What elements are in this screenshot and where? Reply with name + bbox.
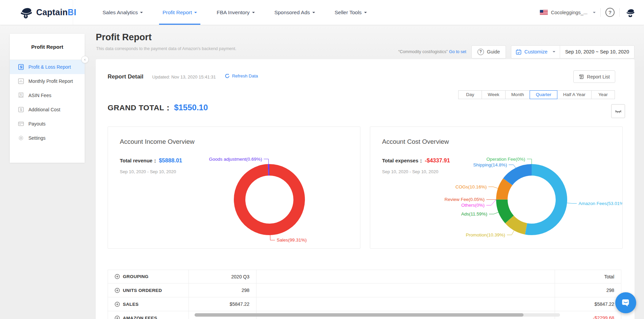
chevron-down-icon: [364, 12, 367, 15]
top-navbar: CaptainBI Sales Analytics Profit Report …: [0, 0, 644, 25]
dollar-square-icon: $: [18, 107, 24, 113]
sidebar: Profit Report $ Profit & Loss Report Mon…: [10, 34, 85, 163]
svg-text:Others(0%): Others(0%): [461, 203, 485, 208]
gear-icon: [18, 135, 24, 141]
sales-period-value: $5847.22: [189, 297, 257, 311]
receipt-dollar-icon: $: [18, 92, 24, 98]
chat-icon: [621, 298, 631, 308]
account-switcher[interactable]: Cocoleggings_...: [540, 10, 596, 15]
tab-month[interactable]: Month: [505, 90, 530, 99]
tab-week[interactable]: Week: [482, 90, 505, 99]
dollar-report-icon: $: [18, 64, 24, 70]
sidebar-item-asin-fees[interactable]: $ ASIN Fees: [10, 88, 85, 102]
svg-text:Amazon Fees(53.01%): Amazon Fees(53.01%): [578, 201, 622, 206]
question-icon: ?: [478, 49, 484, 55]
report-list-button[interactable]: Report List: [573, 70, 615, 83]
sidebar-item-profit-loss-report[interactable]: $ Profit & Loss Report: [10, 60, 85, 74]
units-period-value: 298: [189, 283, 257, 297]
expand-units-icon[interactable]: [115, 288, 120, 293]
income-donut-chart[interactable]: Goods adjustment(0.69%)Sales(99.31%): [164, 133, 360, 245]
profit-table: GROUPING 2020 Q3 Total UNITS ORDERED 298…: [108, 270, 621, 319]
logo-text: CaptainBI: [36, 7, 76, 17]
tab-day[interactable]: Day: [458, 90, 482, 99]
chevron-down-icon: [553, 51, 555, 54]
page-subtitle: This data corresponds to the payment dat…: [96, 46, 236, 51]
svg-text:Goods adjustment(0.69%): Goods adjustment(0.69%): [209, 157, 262, 162]
guide-button[interactable]: ? Guide: [471, 45, 506, 59]
hide-amounts-button[interactable]: [611, 104, 625, 118]
go-to-set-link[interactable]: Go to set: [449, 49, 466, 54]
date-control: Customize Sep 10, 2020 ~ Sep 10, 2020: [511, 45, 635, 59]
header-controls: “Commodity cost/logistics”Go to set ? Gu…: [398, 45, 635, 59]
grouping-total-header: Total: [555, 270, 621, 283]
units-total-value: 298: [555, 283, 621, 297]
svg-text:$: $: [20, 108, 22, 112]
report-detail-title: Report Detail: [108, 73, 143, 80]
nav-item-fba-inventory[interactable]: FBA Inventory: [217, 0, 254, 25]
svg-text:Review Fee(0.05%): Review Fee(0.05%): [444, 197, 485, 202]
chevron-down-icon: [252, 12, 255, 15]
sidebar-item-settings[interactable]: Settings: [10, 131, 85, 145]
commodity-note: “Commodity cost/logistics”Go to set: [398, 49, 466, 54]
expand-amazon-fees-icon[interactable]: [115, 316, 120, 319]
account-income-overview-card: Account Income Overview Total revenue： $…: [108, 127, 360, 249]
divider: [600, 8, 601, 17]
nav-divider: [73, 0, 73, 25]
svg-text:Promotion(10.39%): Promotion(10.39%): [466, 232, 505, 237]
scrollbar-thumb[interactable]: [195, 313, 524, 317]
refresh-icon: [225, 73, 230, 78]
report-detail-card: Report Detail Updated: Nov 13, 2020 15:4…: [96, 59, 635, 319]
nav-item-seller-tools[interactable]: Seller Tools: [335, 0, 367, 25]
grouping-period-value: 2020 Q3: [189, 270, 257, 283]
tab-year[interactable]: Year: [591, 90, 615, 99]
expand-grouping-icon[interactable]: [115, 274, 120, 279]
divider: [619, 8, 620, 17]
svg-text:Sales(99.31%): Sales(99.31%): [277, 237, 307, 243]
sidebar-item-monthly-profit-report[interactable]: Monthly Profit Report: [10, 74, 85, 88]
user-avatar-captain-icon[interactable]: [624, 7, 636, 18]
sidebar-collapse-button[interactable]: ‹: [81, 56, 89, 63]
sidebar-item-additional-cost[interactable]: $ Additional Cost: [10, 102, 85, 117]
chevron-down-icon: [312, 12, 315, 15]
svg-text:$: $: [20, 93, 22, 96]
chevron-down-icon: [593, 12, 596, 15]
amazon-fees-total-value: -$2299.68: [593, 315, 614, 319]
table-row-units-ordered: UNITS ORDERED 298 298: [108, 283, 621, 297]
eye-closed-icon: [615, 108, 622, 114]
account-name: Cocoleggings_...: [551, 10, 587, 15]
date-range-picker[interactable]: Sep 10, 2020 ~ Sep 10, 2020: [560, 49, 634, 54]
chevron-down-icon: [140, 12, 143, 15]
page-title: Profit Report: [96, 32, 152, 43]
report-list-icon: [579, 74, 584, 79]
us-flag-icon: [540, 10, 548, 15]
updated-timestamp: Updated: Nov 13, 2020 15:41:31: [152, 74, 216, 79]
svg-text:Shipping(14.8%): Shipping(14.8%): [473, 162, 507, 167]
svg-text:$: $: [20, 65, 22, 69]
table-horizontal-scrollbar: [195, 313, 560, 317]
payout-card-icon: [18, 121, 24, 127]
grand-total-value: $1550.10: [174, 103, 208, 112]
sidebar-title: Profit Report: [10, 34, 85, 60]
nav-item-sales-analytics[interactable]: Sales Analytics: [103, 0, 143, 25]
nav-item-profit-report[interactable]: Profit Report: [162, 0, 197, 25]
tab-half-a-year[interactable]: Half A Year: [557, 90, 592, 99]
nav-item-sponsored-ads[interactable]: Sponsored Ads: [274, 0, 315, 25]
tab-quarter[interactable]: Quarter: [530, 90, 557, 99]
expand-sales-icon[interactable]: [115, 302, 120, 307]
refresh-data-button[interactable]: Refresh Data: [225, 73, 258, 78]
table-row-grouping: GROUPING 2020 Q3 Total: [108, 270, 621, 283]
captain-hat-logo-icon: [19, 6, 33, 19]
calendar-icon: [516, 49, 521, 55]
period-tabs: Day Week Month Quarter Half A Year Year: [459, 90, 615, 99]
sales-total-value: $5847.22: [555, 297, 621, 311]
live-chat-button[interactable]: [615, 292, 636, 313]
main-menu: Sales Analytics Profit Report FBA Invent…: [103, 0, 367, 25]
report-detail-header: Report Detail Updated: Nov 13, 2020 15:4…: [108, 73, 258, 80]
help-icon[interactable]: ?: [605, 8, 615, 17]
cost-donut-chart[interactable]: Operation Fee(0%)Shipping(14.8%)COGs(10.…: [426, 133, 622, 245]
captainbi-logo[interactable]: CaptainBI: [19, 0, 76, 25]
svg-text:Ads(11.59%): Ads(11.59%): [461, 211, 487, 217]
sidebar-item-payouts[interactable]: Payouts: [10, 117, 85, 131]
svg-text:COGs(10.16%): COGs(10.16%): [456, 184, 487, 189]
customize-button[interactable]: Customize: [511, 46, 560, 58]
